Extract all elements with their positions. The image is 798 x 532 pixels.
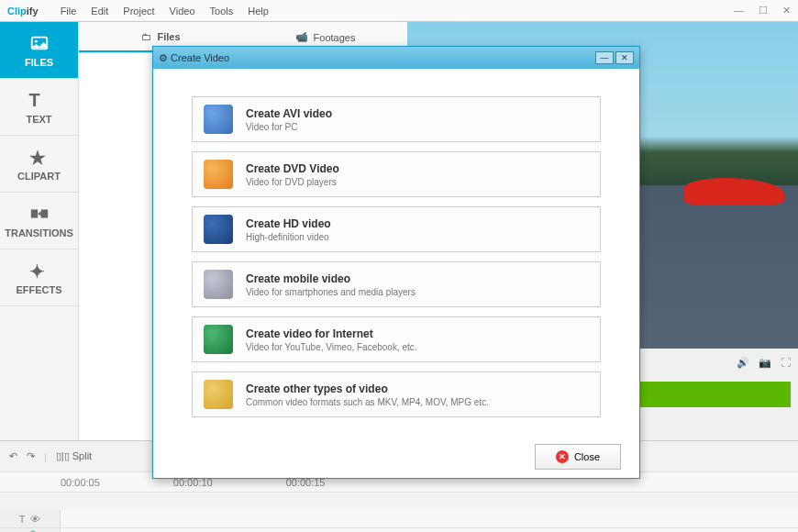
eye-icon[interactable]: 👁 (30, 514, 40, 525)
option-title: Create AVI video (246, 107, 332, 120)
menubar: File Edit Project Video Tools Help (61, 6, 269, 17)
ruler-mark: 00:00:05 (61, 477, 100, 488)
app-logo: Clipify (7, 6, 39, 17)
sidebar-item-transitions[interactable]: TRANSITIONS (0, 193, 78, 249)
option-desc: Video for DVD players (246, 177, 339, 187)
image-icon (29, 33, 50, 53)
option-icon (204, 215, 233, 244)
text-track-icon: T (19, 514, 26, 525)
tracks: T👁 🔗 📽 mov woman-rows ♪🔈 🎤🔈 Double-click… (0, 510, 798, 532)
volume-icon[interactable]: 🔊 (737, 357, 749, 369)
text-icon: T (29, 90, 50, 110)
sidebar-item-files[interactable]: FILES (0, 22, 78, 79)
minimize-icon[interactable]: — (734, 5, 744, 17)
dialog-minimize-icon[interactable]: — (595, 51, 614, 64)
dialog-close-icon[interactable]: ✕ (615, 51, 634, 64)
option-desc: Common video formats such as MKV, MP4, M… (246, 397, 489, 407)
option-icon (204, 270, 233, 299)
option-title: Create other types of video (246, 382, 489, 395)
left-toolbar: FILES T TEXT ★ CLIPART TRANSITIONS ✦ EFF… (0, 22, 79, 440)
camera-icon: 📹 (295, 31, 308, 43)
link-track[interactable] (61, 528, 798, 532)
menu-tools[interactable]: Tools (210, 6, 234, 17)
option-desc: High-definition video (246, 232, 331, 242)
close-label: Close (574, 451, 600, 462)
transitions-icon (29, 204, 50, 224)
create-option-4[interactable]: Create video for InternetVideo for YouTu… (192, 316, 601, 362)
sidebar-item-text[interactable]: T TEXT (0, 79, 78, 136)
sidebar-label: TRANSITIONS (5, 227, 73, 238)
option-icon (204, 160, 233, 189)
option-title: Create video for Internet (246, 327, 417, 340)
option-icon (204, 105, 233, 134)
dialog-title: Create Video (171, 52, 229, 63)
dialog-body: Create AVI videoVideo for PCCreate DVD V… (153, 69, 639, 436)
undo-icon[interactable]: ↶ (9, 450, 17, 462)
close-icon[interactable]: ✕ (782, 5, 791, 17)
option-title: Create HD video (246, 217, 331, 230)
svg-point-1 (34, 39, 37, 42)
menu-file[interactable]: File (61, 6, 77, 17)
maximize-icon[interactable]: ☐ (759, 5, 768, 17)
tab-label: Files (157, 31, 180, 42)
star-icon: ★ (29, 147, 50, 167)
titlebar: Clipify File Edit Project Video Tools He… (0, 0, 798, 22)
dialog-titlebar[interactable]: ⚙ Create Video — ✕ (153, 47, 639, 69)
sidebar-label: FILES (25, 57, 53, 68)
create-option-5[interactable]: Create other types of videoCommon video … (192, 371, 601, 417)
menu-edit[interactable]: Edit (91, 6, 108, 17)
option-desc: Video for PC (246, 122, 332, 132)
sidebar-label: EFFECTS (16, 284, 61, 295)
sidebar-item-effects[interactable]: ✦ EFFECTS (0, 249, 78, 306)
sidebar-label: CLIPART (17, 171, 61, 182)
sidebar-label: TEXT (26, 114, 51, 125)
option-title: Create mobile video (246, 272, 416, 285)
close-button[interactable]: ✕ Close (535, 444, 621, 470)
create-option-1[interactable]: Create DVD VideoVideo for DVD players (192, 151, 601, 197)
option-icon (204, 325, 233, 354)
fullscreen-icon[interactable]: ⛶ (781, 357, 791, 368)
create-option-0[interactable]: Create AVI videoVideo for PC (192, 96, 601, 142)
option-title: Create DVD Video (246, 162, 339, 175)
menu-project[interactable]: Project (123, 6, 154, 17)
split-button[interactable]: ▯|▯ Split (56, 450, 92, 462)
option-icon (204, 380, 233, 409)
magic-icon: ✦ (29, 260, 50, 281)
snapshot-icon[interactable]: 📷 (759, 357, 771, 369)
menu-help[interactable]: Help (248, 6, 269, 17)
folder-icon: 🗀 (141, 31, 151, 42)
create-option-2[interactable]: Create HD videoHigh-definition video (192, 206, 601, 252)
svg-rect-2 (30, 209, 37, 217)
svg-rect-3 (40, 209, 47, 217)
gear-icon: ⚙ (159, 52, 168, 64)
text-track[interactable] (61, 510, 798, 527)
create-option-3[interactable]: Create mobile videoVideo for smartphones… (192, 261, 601, 307)
option-desc: Video for smartphones and media players (246, 287, 416, 297)
sidebar-item-clipart[interactable]: ★ CLIPART (0, 136, 78, 193)
menu-video[interactable]: Video (170, 6, 195, 17)
tab-label: Footages (314, 32, 356, 43)
close-x-icon: ✕ (556, 450, 569, 463)
redo-icon[interactable]: ↷ (27, 450, 35, 462)
option-desc: Video for YouTube, Vimeo, Facebook, etc. (246, 342, 417, 352)
create-video-dialog: ⚙ Create Video — ✕ Create AVI videoVideo… (152, 46, 640, 479)
